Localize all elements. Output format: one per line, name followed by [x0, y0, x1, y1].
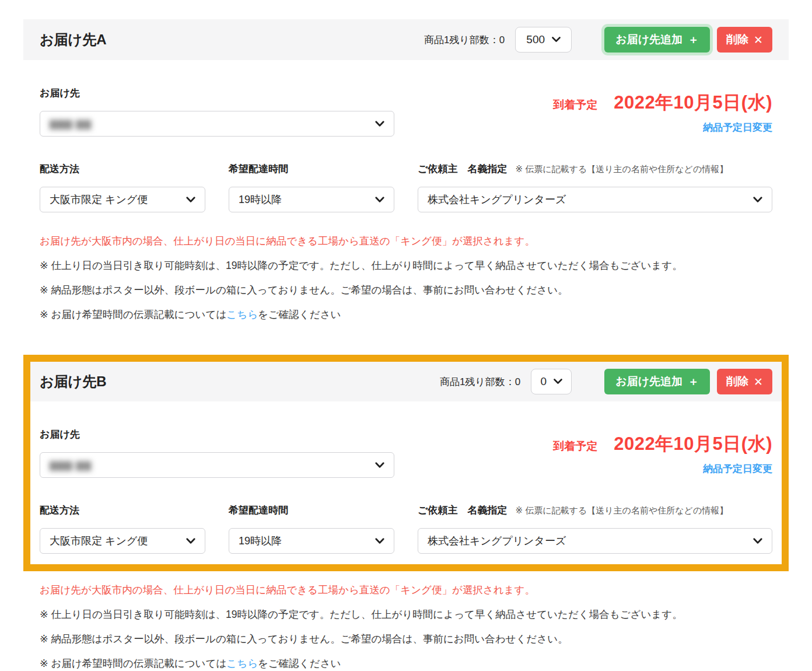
note-packaging: ※ 納品形態はポスター以外、段ボールの箱に入っておりません。ご希望の場合は、事前… [40, 631, 772, 646]
section-a-header-controls: 商品1残り部数：0 500 お届け先追加 ＋ 削除 ✕ [424, 27, 772, 53]
arrival-label: 到着予定 [553, 97, 597, 113]
arrival-info: 到着予定 2022年10月5日(水) 納品予定日変更 [553, 60, 772, 134]
destination-select[interactable]: ▇▇▇ ▇▇ [40, 452, 394, 478]
chevron-down-icon [554, 379, 562, 385]
add-destination-label: お届け先追加 [615, 374, 682, 389]
sender-select[interactable]: 株式会社キングプリンターズ [418, 187, 772, 212]
plus-icon: ＋ [688, 32, 699, 47]
sender-note: ※ 伝票に記載する【送り主の名前や住所などの情報】 [515, 505, 728, 516]
remaining-count-label: 商品1残り部数：0 [440, 375, 520, 389]
destination-field-label: お届け先 [40, 86, 394, 100]
delivery-time-label: 希望配達時間 [229, 162, 394, 176]
shipping-method-label: 配送方法 [40, 504, 205, 517]
shipping-method-value: 大阪市限定 キング便 [50, 534, 148, 548]
close-icon: ✕ [754, 33, 763, 47]
close-icon: ✕ [754, 375, 763, 389]
chevron-down-icon [552, 37, 561, 43]
shipping-method-select[interactable]: 大阪市限定 キング便 [40, 528, 205, 554]
chevron-down-icon [753, 197, 762, 203]
quantity-select[interactable]: 500 [515, 27, 572, 53]
delivery-time-label: 希望配達時間 [229, 504, 394, 517]
section-title: お届け先A [40, 30, 106, 49]
section-a-form: お届け先 ▇▇▇ ▇▇ 到着予定 2022年10月5日(水) 納品予定日変更 [23, 60, 789, 212]
shipping-method-select[interactable]: 大阪市限定 キング便 [40, 187, 205, 212]
shipping-method-value: 大阪市限定 キング便 [50, 193, 148, 207]
arrival-date: 2022年10月5日(水) [614, 90, 772, 115]
king-bin-notice: お届け先が大阪市内の場合、仕上がり日の当日に納品できる工場から直送の「キング便」… [40, 234, 772, 249]
change-delivery-date-link[interactable]: 納品予定日変更 [703, 462, 772, 476]
add-destination-label: お届け先追加 [615, 32, 682, 47]
note-slip-suffix: をご確認ください [258, 309, 341, 320]
section-a-header: お届け先A 商品1残り部数：0 500 お届け先追加 ＋ 削除 ✕ [23, 19, 789, 60]
section-title: お届け先B [40, 372, 106, 391]
destination-select[interactable]: ▇▇▇ ▇▇ [40, 111, 394, 137]
note-slip-info: ※ お届け希望時間の伝票記載についてはこちらをご確認ください [40, 656, 772, 671]
chevron-down-icon [186, 197, 195, 203]
arrival-info: 到着予定 2022年10月5日(水) 納品予定日変更 [553, 401, 772, 476]
sender-label: ご依頼主 名義指定 [418, 162, 507, 176]
delete-destination-label: 削除 [726, 32, 748, 47]
sender-value: 株式会社キングプリンターズ [428, 193, 566, 207]
kochira-link[interactable]: こちら [226, 309, 258, 320]
add-destination-button[interactable]: お届け先追加 ＋ [604, 27, 710, 53]
note-pickup-time: ※ 仕上り日の当日引き取り可能時刻は、19時以降の予定です。ただし、仕上がり時間… [40, 258, 772, 273]
shipping-method-label: 配送方法 [40, 162, 205, 176]
change-delivery-date-link[interactable]: 納品予定日変更 [703, 121, 772, 134]
destination-section-b: お届け先B 商品1残り部数：0 0 お届け先追加 ＋ 削除 ✕ [23, 355, 789, 571]
note-slip-info: ※ お届け希望時間の伝票記載についてはこちらをご確認ください [40, 307, 772, 322]
delete-destination-button[interactable]: 削除 ✕ [717, 369, 772, 394]
delivery-time-select[interactable]: 19時以降 [229, 187, 394, 212]
chevron-down-icon [375, 121, 384, 127]
note-slip-prefix: ※ お届け希望時間の伝票記載については [40, 658, 226, 669]
quantity-value: 500 [526, 33, 545, 46]
arrival-label: 到着予定 [553, 439, 597, 454]
section-a-notes: お届け先が大阪市内の場合、仕上がり日の当日に納品できる工場から直送の「キング便」… [23, 234, 789, 322]
delete-destination-label: 削除 [726, 374, 748, 389]
delivery-time-select[interactable]: 19時以降 [229, 528, 394, 554]
destination-field-label: お届け先 [40, 428, 394, 441]
quantity-select[interactable]: 0 [531, 369, 572, 394]
delivery-time-value: 19時以降 [239, 193, 282, 207]
quantity-value: 0 [540, 375, 547, 388]
note-pickup-time: ※ 仕上り日の当日引き取り可能時刻は、19時以降の予定です。ただし、仕上がり時間… [40, 607, 772, 622]
note-slip-prefix: ※ お届け希望時間の伝票記載については [40, 309, 226, 320]
destination-value-redacted: ▇▇▇ ▇▇ [50, 460, 92, 471]
chevron-down-icon [186, 538, 195, 544]
add-destination-button[interactable]: お届け先追加 ＋ [604, 369, 710, 394]
kochira-link[interactable]: こちら [226, 658, 258, 669]
plus-icon: ＋ [688, 374, 699, 389]
arrival-date: 2022年10月5日(水) [614, 432, 772, 456]
delivery-destinations-page: お届け先A 商品1残り部数：0 500 お届け先追加 ＋ 削除 ✕ [0, 0, 812, 671]
note-slip-suffix: をご確認ください [258, 658, 341, 669]
section-b-header: お届け先B 商品1残り部数：0 0 お届け先追加 ＋ 削除 ✕ [30, 362, 782, 401]
chevron-down-icon [375, 197, 384, 203]
remaining-count-label: 商品1残り部数：0 [424, 33, 505, 47]
sender-note: ※ 伝票に記載する【送り主の名前や住所などの情報】 [515, 164, 728, 175]
delete-destination-button[interactable]: 削除 ✕ [717, 27, 772, 53]
sender-select[interactable]: 株式会社キングプリンターズ [418, 528, 772, 554]
section-b-header-controls: 商品1残り部数：0 0 お届け先追加 ＋ 削除 ✕ [440, 369, 772, 394]
king-bin-notice: お届け先が大阪市内の場合、仕上がり日の当日に納品できる工場から直送の「キング便」… [40, 583, 772, 597]
destination-section-a: お届け先A 商品1残り部数：0 500 お届け先追加 ＋ 削除 ✕ [23, 19, 789, 212]
sender-label: ご依頼主 名義指定 [418, 504, 507, 517]
note-packaging: ※ 納品形態はポスター以外、段ボールの箱に入っておりません。ご希望の場合は、事前… [40, 282, 772, 298]
section-b-notes: お届け先が大阪市内の場合、仕上がり日の当日に納品できる工場から直送の「キング便」… [23, 583, 789, 671]
chevron-down-icon [375, 538, 384, 544]
destination-value-redacted: ▇▇▇ ▇▇ [50, 118, 92, 130]
section-b-form: お届け先 ▇▇▇ ▇▇ 到着予定 2022年10月5日(水) 納品予定日変更 [30, 401, 782, 554]
delivery-time-value: 19時以降 [239, 534, 282, 548]
chevron-down-icon [375, 462, 384, 469]
chevron-down-icon [753, 538, 762, 544]
sender-value: 株式会社キングプリンターズ [428, 534, 566, 548]
